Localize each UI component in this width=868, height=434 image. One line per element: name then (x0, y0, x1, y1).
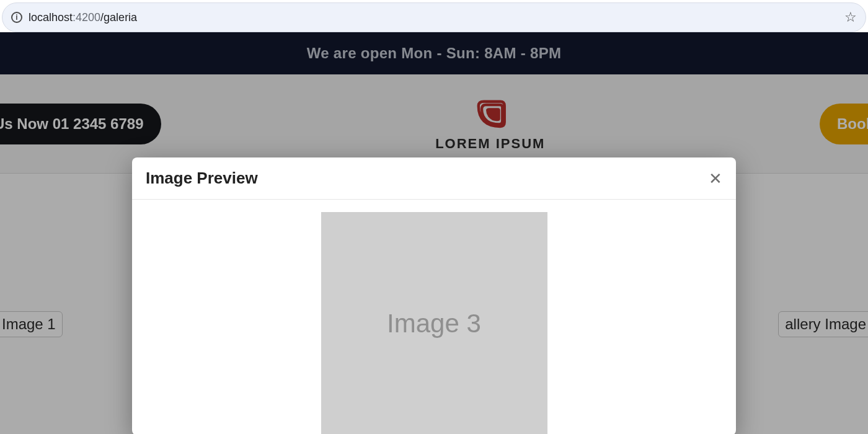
site-info-icon[interactable]: i (11, 12, 22, 23)
modal-title: Image Preview (146, 169, 258, 188)
modal-body: Image 3 (132, 200, 736, 434)
bookmark-star-icon[interactable]: ☆ (844, 9, 857, 25)
close-icon[interactable]: ✕ (709, 170, 722, 187)
url-path: /galeria (100, 11, 137, 24)
url-display[interactable]: localhost:4200/galeria (29, 11, 838, 24)
url-host: localhost (29, 11, 73, 24)
modal-header: Image Preview ✕ (132, 157, 736, 200)
browser-address-bar[interactable]: i localhost:4200/galeria ☆ (2, 2, 866, 32)
url-port: :4200 (73, 11, 100, 24)
preview-image-label: Image 3 (387, 309, 481, 339)
page-viewport: We are open Mon - Sun: 8AM - 8PM Us Now … (0, 32, 868, 434)
preview-image-placeholder: Image 3 (321, 212, 547, 434)
image-preview-modal: Image Preview ✕ Image 3 (132, 157, 736, 434)
